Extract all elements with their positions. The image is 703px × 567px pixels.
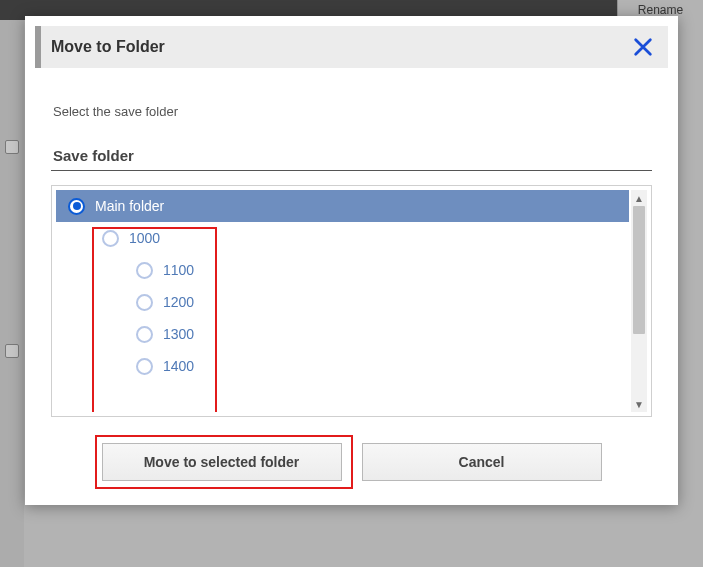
folder-label: 1000 — [129, 230, 629, 246]
modal-title: Move to Folder — [51, 38, 632, 56]
folder-row-child[interactable]: 1400 — [56, 350, 629, 382]
folder-row-child[interactable]: 1300 — [56, 318, 629, 350]
folder-row-child[interactable]: 1100 — [56, 254, 629, 286]
folder-label: Main folder — [95, 198, 629, 214]
folder-row-child[interactable]: 1000 — [56, 222, 629, 254]
folder-label: 1400 — [163, 358, 629, 374]
scroll-thumb[interactable] — [633, 206, 645, 334]
folder-label: 1100 — [163, 262, 629, 278]
radio-icon — [68, 198, 85, 215]
instruction-text: Select the save folder — [53, 104, 650, 119]
move-to-selected-folder-button[interactable]: Move to selected folder — [102, 443, 342, 481]
scroll-up-icon[interactable]: ▲ — [631, 190, 647, 206]
folder-row-child[interactable]: 1200 — [56, 286, 629, 318]
close-icon[interactable] — [632, 36, 654, 58]
folder-tree-container: Main folder 1000 1100 1200 1300 — [51, 185, 652, 417]
radio-icon — [136, 326, 153, 343]
section-divider — [51, 170, 652, 171]
folder-label: 1200 — [163, 294, 629, 310]
radio-icon — [136, 262, 153, 279]
cancel-button[interactable]: Cancel — [362, 443, 602, 481]
folder-tree-viewport: Main folder 1000 1100 1200 1300 — [56, 190, 629, 412]
radio-icon — [136, 358, 153, 375]
modal-header: Move to Folder — [35, 26, 668, 68]
radio-icon — [102, 230, 119, 247]
folder-row-main[interactable]: Main folder — [56, 190, 629, 222]
radio-icon — [136, 294, 153, 311]
folder-label: 1300 — [163, 326, 629, 342]
move-to-folder-modal: Move to Folder Select the save folder Sa… — [25, 16, 678, 505]
scroll-down-icon[interactable]: ▼ — [631, 396, 647, 412]
save-folder-label: Save folder — [51, 147, 652, 164]
tree-scrollbar[interactable]: ▲ ▼ — [631, 190, 647, 412]
modal-body: Select the save folder Save folder Main … — [25, 78, 678, 505]
modal-footer: Move to selected folder Cancel — [51, 443, 652, 481]
